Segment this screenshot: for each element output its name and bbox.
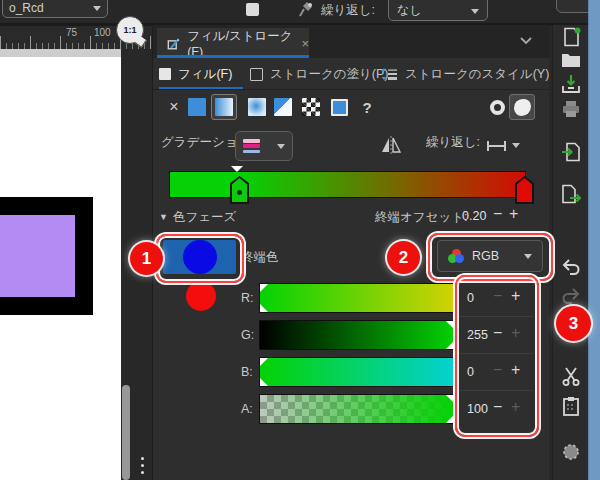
tab-fill-stroke[interactable]: フィル/ストローク(F) × <box>157 28 309 58</box>
gradient-strip[interactable] <box>169 171 526 198</box>
undo-icon[interactable] <box>561 257 581 277</box>
gradient-select-dropdown[interactable] <box>235 131 293 161</box>
paste-icon[interactable] <box>561 396 581 416</box>
stops-section-label: 色フェーズ <box>173 209 236 226</box>
stroke-paint-icon <box>250 68 263 81</box>
chevron-down-icon[interactable] <box>512 143 520 148</box>
end-offset-value[interactable]: 0.20 <box>462 209 486 223</box>
slider-handle[interactable] <box>260 284 268 292</box>
pattern-button[interactable] <box>300 96 322 118</box>
gradient-preview-icon <box>243 139 260 153</box>
slider-handle[interactable] <box>446 321 454 329</box>
repeat-label: 繰り返し: <box>321 2 375 19</box>
repeat-none-icon[interactable] <box>486 140 507 152</box>
spray-icon[interactable] <box>561 442 581 462</box>
mesh-gradient-icon <box>274 98 292 116</box>
expander-triangle-icon[interactable]: ▼ <box>159 212 168 222</box>
evenodd-icon <box>490 100 505 115</box>
end-offset-label: 終端オフセット: <box>375 209 467 226</box>
zoom-1-1-cursor-badge: 1:1 <box>116 16 144 44</box>
dock-tab-bar: フィル/ストローク(F) × <box>153 25 549 58</box>
fill-stroke-subtabs: フィル(F) ストロークの塗り(P) ストロークのスタイル(Y) <box>153 58 549 90</box>
flat-color-icon[interactable] <box>246 3 259 16</box>
redo-icon[interactable] <box>561 286 581 306</box>
commands-sidebar <box>552 25 589 480</box>
annotation-box-stop-swatch <box>156 234 244 283</box>
red-slider[interactable] <box>259 283 455 313</box>
canvas[interactable] <box>0 57 121 480</box>
tab-fill-label: フィル(F) <box>178 66 232 83</box>
slider-handle[interactable] <box>446 415 454 423</box>
slider-handle[interactable] <box>446 341 454 349</box>
chevron-down-icon <box>93 6 101 11</box>
tab-stroke-paint[interactable]: ストロークの塗り(P) <box>250 58 388 90</box>
step-1-number: 1 <box>142 249 151 269</box>
slider-handle[interactable] <box>260 358 268 366</box>
repeat-label: 繰り返し: <box>426 134 480 151</box>
unknown-paint-button[interactable]: ? <box>356 96 378 118</box>
print-icon[interactable] <box>561 99 581 119</box>
no-paint-button[interactable]: × <box>163 96 185 118</box>
green-slider[interactable] <box>259 320 455 350</box>
stop-dot <box>237 190 242 195</box>
right-edge-strip <box>588 0 600 480</box>
import-icon[interactable] <box>561 142 581 162</box>
repeat-value: なし <box>397 2 422 19</box>
swatch-button[interactable] <box>328 96 350 118</box>
alpha-slider[interactable] <box>259 394 455 424</box>
blue-slider[interactable] <box>259 357 455 387</box>
fill-rule-evenodd-button[interactable] <box>486 96 508 118</box>
flat-color-button[interactable] <box>186 96 208 118</box>
fill-icon <box>159 68 171 80</box>
annotation-box-rgb-dropdown <box>428 233 553 281</box>
gradient-name-label: o_Rcd <box>9 1 44 15</box>
step-2-number: 2 <box>399 248 408 268</box>
canvas-edge-strip <box>0 49 121 57</box>
radial-gradient-icon <box>248 98 266 116</box>
divider <box>153 89 549 90</box>
tab-fill[interactable]: フィル(F) <box>159 58 232 90</box>
channel-label-g: G: <box>241 328 257 342</box>
tool-controls-bar: o_Rcd 繰り返し: なし <box>0 0 600 23</box>
close-icon[interactable]: × <box>301 36 309 51</box>
slider-handle[interactable] <box>260 304 268 312</box>
cut-icon[interactable] <box>561 366 581 386</box>
new-document-icon[interactable] <box>561 27 581 47</box>
rectangle-fill[interactable] <box>0 215 75 297</box>
fill-rule-nonzero-button[interactable] <box>509 94 535 120</box>
vertical-scrollbar[interactable] <box>122 385 130 480</box>
annotation-step-1: 1 <box>130 242 163 275</box>
chevron-down-icon <box>277 144 285 149</box>
panel-resize-grip[interactable] <box>140 457 145 479</box>
inkscape-window: o_Rcd 繰り返し: なし 75 100 1:1 <box>0 0 600 480</box>
repeat-dropdown[interactable]: なし <box>388 0 488 21</box>
edit-gradient-icon[interactable] <box>299 1 314 18</box>
gradient-name-dropdown[interactable]: o_Rcd <box>2 0 108 18</box>
export-icon[interactable] <box>561 184 581 204</box>
linear-gradient-icon <box>215 98 233 116</box>
end-offset-plus-button[interactable]: + <box>509 207 518 221</box>
stroke-style-icon <box>381 67 398 81</box>
pattern-icon <box>302 98 320 116</box>
nonzero-icon <box>514 99 531 116</box>
slider-handle[interactable] <box>446 395 454 403</box>
end-color-label: 終端色 <box>241 249 279 266</box>
reverse-gradient-icon[interactable] <box>380 136 402 154</box>
linear-gradient-button[interactable] <box>211 94 237 120</box>
chevron-down-icon[interactable] <box>519 36 533 45</box>
stop-list-item-red-circle[interactable] <box>186 281 216 311</box>
annotation-step-2: 2 <box>387 241 420 274</box>
radial-gradient-button[interactable] <box>246 96 268 118</box>
tab-stroke-style-label: ストロークのスタイル(Y) <box>405 66 549 83</box>
fill-stroke-icon <box>167 36 180 51</box>
ruler-label-100: 100 <box>92 27 113 38</box>
save-icon[interactable] <box>561 74 581 94</box>
mesh-gradient-button[interactable] <box>272 96 294 118</box>
flat-color-icon <box>188 98 206 116</box>
open-folder-icon[interactable] <box>561 50 581 70</box>
end-offset-minus-button[interactable]: − <box>493 207 502 221</box>
tab-stroke-style[interactable]: ストロークのスタイル(Y) <box>381 58 549 90</box>
annotation-step-3: 3 <box>556 306 591 341</box>
slider-handle[interactable] <box>260 378 268 386</box>
tab-title: フィル/ストローク(F) <box>187 28 293 59</box>
